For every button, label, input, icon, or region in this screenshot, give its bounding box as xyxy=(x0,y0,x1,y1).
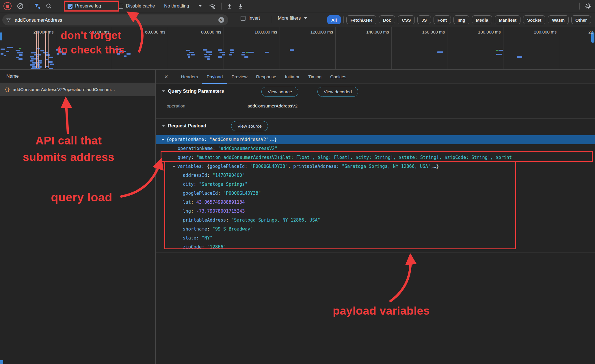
separator xyxy=(221,3,222,10)
filter-pill-manifest[interactable]: Manifest xyxy=(495,15,520,24)
filter-pill-img[interactable]: Img xyxy=(453,15,469,24)
payload-plain-segment: : xyxy=(226,218,231,223)
tab-timing[interactable]: Timing xyxy=(304,70,326,84)
payload-str-segment: "Saratoga Springs, NY 12866, USA" xyxy=(342,164,431,169)
gear-icon xyxy=(585,3,592,10)
request-row[interactable]: {} addConsumerAddressV2?operation=addCon… xyxy=(0,83,155,96)
waterfall-bar xyxy=(265,52,269,53)
payload-row-printableaddress[interactable]: printableAddress: "Saratoga Springs, NY … xyxy=(156,216,595,225)
payload-row-state[interactable]: state: "NY" xyxy=(156,234,595,243)
preserve-log-checkbox[interactable] xyxy=(68,4,72,9)
payload-key-segment: zipCode xyxy=(183,244,202,250)
payload-row-operationname[interactable]: operationName: "addConsumerAddressV2" xyxy=(156,144,595,153)
collapse-triangle-icon[interactable] xyxy=(162,90,165,92)
payload-key-segment: operationName xyxy=(178,146,213,151)
filter-pill-js[interactable]: JS xyxy=(417,15,431,24)
filter-pill-css[interactable]: CSS xyxy=(398,15,415,24)
request-name: addConsumerAddressV2?operation=addConsum… xyxy=(13,87,115,92)
load-event-marker xyxy=(48,31,49,68)
clear-filter-icon[interactable]: × xyxy=(218,17,224,23)
filter-pill-doc[interactable]: Doc xyxy=(379,15,395,24)
timeline-gridline xyxy=(335,27,336,69)
view-decoded-button[interactable]: View decoded xyxy=(317,87,358,97)
clear-button[interactable] xyxy=(17,3,24,10)
filter-pill-socket[interactable]: Socket xyxy=(523,15,545,24)
filter-pill-wasm[interactable]: Wasm xyxy=(548,15,569,24)
tab-headers[interactable]: Headers xyxy=(177,70,202,84)
payload-row-root[interactable]: {operationName: "addConsumerAddressV2",…… xyxy=(156,135,595,144)
timeline-label: 40,000 ms xyxy=(63,29,109,34)
separator xyxy=(271,16,271,23)
filter-input[interactable]: addConsumerAddress × xyxy=(2,14,228,25)
disable-cache-checkbox[interactable] xyxy=(118,4,123,9)
payload-row-shortname[interactable]: shortname: "99 S Broadway" xyxy=(156,225,595,234)
filter-pill-media[interactable]: Media xyxy=(472,15,492,24)
network-conditions-button[interactable] xyxy=(209,3,216,9)
more-filters-button[interactable]: More filters xyxy=(278,16,307,21)
tab-payload[interactable]: Payload xyxy=(202,70,227,84)
settings-button[interactable] xyxy=(585,3,592,10)
payload-row-lng[interactable]: lng: -73.79078001715243 xyxy=(156,207,595,216)
payload-row-variables[interactable]: variables: {googlePlaceId: "P0000GL4DY38… xyxy=(156,162,595,171)
waterfall-bar xyxy=(241,54,245,55)
timeline-gridline xyxy=(168,27,168,69)
waterfall-bar xyxy=(220,52,225,53)
filter-pill-other[interactable]: Other xyxy=(571,15,591,24)
payload-row-city[interactable]: city: "Saratoga Springs" xyxy=(156,180,595,189)
close-icon[interactable]: × xyxy=(161,73,171,81)
payload-key-segment: googlePlaceId xyxy=(210,164,245,169)
payload-plain-segment: : xyxy=(196,235,202,241)
payload-row-lat[interactable]: lat: 43.065749988891184 xyxy=(156,198,595,207)
divider xyxy=(156,252,595,252)
import-har-button[interactable] xyxy=(227,3,233,9)
overview-timeline[interactable]: 20,000 ms40,000 ms60,000 ms80,000 ms100,… xyxy=(0,27,595,70)
collapse-triangle-icon[interactable] xyxy=(162,125,165,127)
record-button[interactable] xyxy=(3,2,12,10)
name-column-header[interactable]: Name xyxy=(0,70,155,83)
payload-row-addressid[interactable]: addressId: "1478790400" xyxy=(156,171,595,180)
filter-pill-all[interactable]: All xyxy=(327,15,341,24)
waterfall-bar xyxy=(16,57,19,58)
payload-plain-segment: , xyxy=(288,164,293,169)
tab-preview[interactable]: Preview xyxy=(227,70,252,84)
payload-num-segment: 43.065749988891184 xyxy=(196,200,245,205)
waterfall-bar xyxy=(19,48,21,49)
payload-key-segment: state xyxy=(183,235,196,241)
payload-key-segment: shortname xyxy=(183,226,207,232)
preserve-log-group: Preserve log xyxy=(68,3,101,9)
view-source-button[interactable]: View source xyxy=(261,87,298,97)
filter-pill-fetch-xhr[interactable]: Fetch/XHR xyxy=(346,15,376,24)
export-har-button[interactable] xyxy=(238,3,243,9)
request-payload-section-header[interactable]: Request Payload xyxy=(162,123,206,129)
waterfall-bar xyxy=(230,49,234,51)
timeline-label: 20,000 ms xyxy=(7,29,54,34)
view-source-button[interactable]: View source xyxy=(231,121,268,131)
payload-row-zipcode[interactable]: zipCode: "12866" xyxy=(156,243,595,252)
scrollbar-fragment[interactable] xyxy=(0,360,3,364)
waterfall-bar xyxy=(496,50,498,51)
expander-triangle-icon[interactable] xyxy=(161,139,164,141)
tab-cookies[interactable]: Cookies xyxy=(326,70,351,84)
payload-str-segment: "P0000GL4DY38" xyxy=(223,191,261,196)
waterfall-bar xyxy=(48,61,53,63)
tab-response[interactable]: Response xyxy=(252,70,281,84)
tab-initiator[interactable]: Initiator xyxy=(280,70,304,84)
filter-pill-font[interactable]: Font xyxy=(434,15,451,24)
waterfall-bar xyxy=(35,68,40,70)
timeline-label: 200,000 ms xyxy=(510,29,557,34)
query-string-section-header[interactable]: Query String Parameters xyxy=(162,88,224,94)
search-button[interactable] xyxy=(46,3,52,9)
filter-toggle-button[interactable] xyxy=(34,3,40,9)
request-list-panel: Name {} addConsumerAddressV2?operation=a… xyxy=(0,70,155,364)
payload-plain-segment: : xyxy=(218,191,223,196)
funnel-icon xyxy=(34,3,40,9)
payload-row-query[interactable]: query: "mutation addConsumerAddressV2($l… xyxy=(156,153,595,162)
overview-left-handle[interactable] xyxy=(0,32,2,40)
throttling-select[interactable]: No throttling xyxy=(164,3,201,9)
waterfall-bar xyxy=(7,47,13,48)
expander-triangle-icon[interactable] xyxy=(172,166,175,168)
invert-checkbox[interactable] xyxy=(241,16,246,21)
timeline-label: 180,000 ms xyxy=(454,29,501,34)
waterfall-bar xyxy=(30,56,34,57)
payload-row-googleplaceid[interactable]: googlePlaceId: "P0000GL4DY38" xyxy=(156,189,595,198)
